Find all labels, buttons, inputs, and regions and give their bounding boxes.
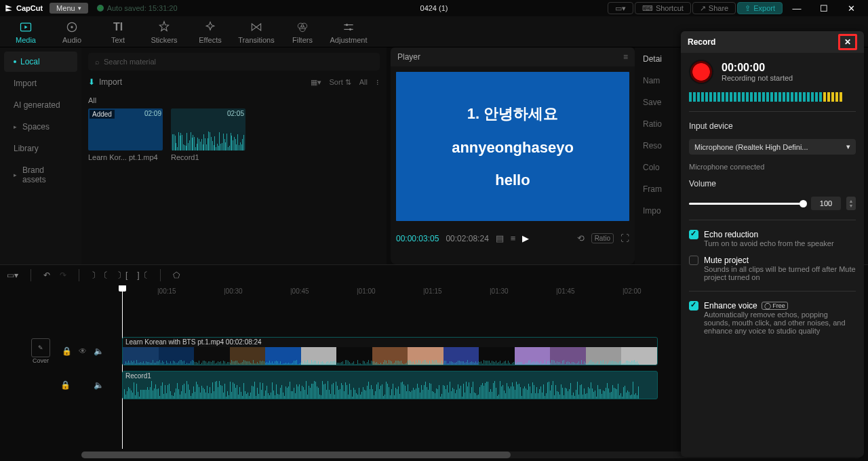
- record-status: Recording not started: [722, 74, 793, 82]
- media-sidebar: Local Import AI generated ▸Spaces Librar…: [0, 47, 81, 264]
- filters-icon: [295, 20, 310, 35]
- input-device-label: Input device: [689, 121, 856, 131]
- chevron-down-icon: ▾: [846, 142, 850, 151]
- tab-transitions[interactable]: Transitions: [240, 20, 273, 44]
- sidebar-item-ai[interactable]: AI generated: [4, 95, 77, 115]
- volume-slider[interactable]: [689, 203, 806, 205]
- media-panel: ⌕ Search material ⬇ Import ▦▾ Sort ⇅ All…: [81, 47, 387, 264]
- split-icon[interactable]: 〕〔: [92, 270, 108, 281]
- record-button[interactable]: [689, 60, 713, 84]
- brand-logo: CapCut: [4, 3, 43, 13]
- enhance-label: Enhance voice: [704, 301, 757, 310]
- mute-checkbox[interactable]: [689, 256, 698, 265]
- view-grid-button[interactable]: ▦▾: [311, 78, 321, 87]
- lock-icon[interactable]: 🔒: [62, 346, 72, 356]
- svg-point-3: [71, 26, 73, 28]
- free-badge: ◯ Free: [762, 302, 788, 310]
- undo-button[interactable]: ↶: [43, 270, 50, 280]
- tab-text[interactable]: TIText: [102, 20, 134, 44]
- volume-label: Volume: [689, 179, 856, 188]
- ratio-button[interactable]: Ratio: [591, 233, 614, 243]
- titlebar: CapCut Menu▾ Auto saved: 15:31:20 0424 (…: [0, 0, 868, 16]
- tab-media[interactable]: Media: [9, 20, 42, 44]
- pointer-tool[interactable]: ▭▾: [7, 270, 18, 280]
- tab-effects[interactable]: Effects: [194, 20, 226, 44]
- stage-line2: annyeonghaseyo: [452, 139, 574, 157]
- stickers-icon: [157, 20, 172, 35]
- project-title: 0424 (1): [420, 4, 448, 12]
- timecode-total: 00:02:08:24: [446, 234, 488, 243]
- timecode-current: 00:00:03:05: [396, 234, 439, 243]
- echo-label: Echo reduction: [704, 230, 834, 239]
- close-window-button[interactable]: ✕: [838, 1, 864, 16]
- import-button[interactable]: Import: [99, 77, 122, 87]
- volume-value[interactable]: 100: [811, 197, 841, 210]
- sidebar-item-brand[interactable]: ▸Brand assets: [4, 160, 77, 190]
- media-clip[interactable]: Added02:09 Learn Kor... pt.1.mp4: [88, 108, 163, 161]
- brand-text: CapCut: [16, 4, 43, 12]
- export-button[interactable]: ⇪ Export: [737, 2, 783, 14]
- volume-stepper[interactable]: ▲▼: [846, 197, 856, 210]
- tab-filters[interactable]: Filters: [286, 20, 319, 44]
- cover-button[interactable]: ✎Cover: [31, 338, 51, 364]
- minimize-button[interactable]: —: [784, 1, 810, 16]
- audio-clip[interactable]: Record1: [122, 371, 658, 399]
- fullscreen-icon[interactable]: ⛶: [620, 233, 629, 243]
- import-icon: ⬇: [88, 77, 95, 87]
- sidebar-item-local[interactable]: Local: [4, 52, 77, 72]
- player-panel: Player ≡ 1. 안녕하세요 annyeonghaseyo hello 0…: [391, 47, 635, 264]
- media-icon: [18, 20, 33, 35]
- echo-checkbox[interactable]: [689, 230, 698, 239]
- eye-icon[interactable]: 👁: [79, 346, 87, 356]
- record-time: 00:00:00: [722, 62, 793, 74]
- tab-audio[interactable]: Audio: [56, 20, 88, 44]
- video-clip[interactable]: Learn Korean with BTS pt.1.mp4 00:02:08:…: [122, 337, 658, 365]
- svg-point-7: [346, 24, 348, 26]
- redo-button[interactable]: ↷: [60, 270, 66, 280]
- split-left-icon[interactable]: 〕[: [117, 270, 127, 281]
- play-button[interactable]: ▶: [522, 233, 529, 243]
- text-icon: TI: [111, 20, 125, 35]
- share-button[interactable]: ↗ Share: [692, 2, 736, 14]
- capture-icon[interactable]: ⟲: [577, 233, 585, 243]
- maximize-button[interactable]: ☐: [811, 1, 837, 16]
- mute-label: Mute project: [704, 256, 856, 265]
- tab-stickers[interactable]: Stickers: [148, 20, 180, 44]
- stage-line1: 1. 안녕하세요: [467, 104, 558, 124]
- filter-icon[interactable]: ⫶: [376, 78, 380, 86]
- lock-icon[interactable]: 🔒: [60, 380, 71, 390]
- filter-all-button[interactable]: All: [359, 78, 368, 86]
- record-close-button[interactable]: ✕: [838, 34, 857, 50]
- list-icon[interactable]: ≡: [511, 233, 516, 243]
- stage-line3: hello: [495, 172, 530, 189]
- svg-point-8: [349, 28, 351, 30]
- split-right-icon[interactable]: ]〔: [137, 270, 147, 281]
- tab-adjustment[interactable]: Adjustment: [332, 20, 365, 44]
- all-label: All: [88, 96, 380, 104]
- grid-icon[interactable]: ▤: [496, 233, 504, 243]
- menu-button[interactable]: Menu▾: [50, 3, 88, 14]
- mute-icon[interactable]: 🔈: [94, 380, 104, 390]
- effects-icon: [203, 20, 218, 35]
- player-title: Player: [397, 52, 420, 62]
- sidebar-item-import[interactable]: Import: [4, 73, 77, 94]
- level-meter: [689, 92, 856, 102]
- sidebar-item-library[interactable]: Library: [4, 138, 77, 159]
- marker-icon[interactable]: ⬠: [173, 270, 180, 280]
- input-device-select[interactable]: Microphone (Realtek High Defini...▾: [689, 139, 856, 155]
- mute-icon[interactable]: 🔈: [94, 346, 104, 356]
- search-icon: ⌕: [95, 58, 100, 66]
- shortcut-button[interactable]: ⌨ Shortcut: [635, 2, 691, 14]
- media-clip[interactable]: 02:05 Record1: [171, 108, 245, 161]
- record-title: Record: [688, 37, 715, 47]
- search-input[interactable]: ⌕ Search material: [88, 53, 380, 71]
- sidebar-item-spaces[interactable]: ▸Spaces: [4, 117, 77, 137]
- autosave-status: Auto saved: 15:31:20: [96, 4, 178, 12]
- player-stage[interactable]: 1. 안녕하세요 annyeonghaseyo hello: [396, 72, 629, 221]
- enhance-checkbox[interactable]: [689, 301, 698, 310]
- adjust-icon: [341, 20, 356, 35]
- sort-button[interactable]: Sort ⇅: [330, 78, 351, 87]
- record-panel: Record ✕ 00:00:00 Recording not started …: [681, 31, 864, 457]
- player-menu-icon[interactable]: ≡: [623, 52, 628, 62]
- layout-button[interactable]: ▭▾: [608, 2, 633, 14]
